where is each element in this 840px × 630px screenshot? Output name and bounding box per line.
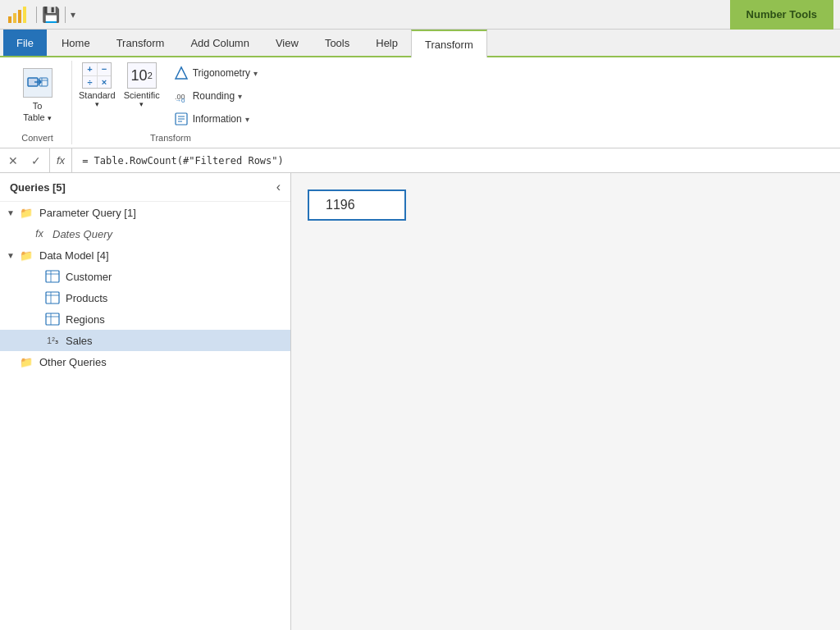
tree-arrow-parameter: ▼: [7, 208, 18, 217]
transform-group-label: Transform: [150, 130, 191, 143]
trigonometry-icon: [173, 65, 189, 81]
sales-label: Sales: [66, 335, 93, 347]
sidebar-collapse-button[interactable]: ‹: [276, 180, 281, 194]
sidebar: Queries [5] ‹ ▼ 📁 Parameter Query [1] fx…: [0, 173, 291, 630]
ribbon-group-transform: +− ÷× Standard ▾ 102 Scientific ▾: [72, 61, 272, 144]
sidebar-item-parameter-query[interactable]: ▼ 📁 Parameter Query [1]: [0, 202, 290, 223]
convert-group-label: Convert: [21, 130, 53, 143]
save-button[interactable]: 💾: [42, 6, 60, 24]
num-icon-sales: 1²₃: [44, 334, 61, 347]
ribbon-tabs: File Home Transform Add Column View Tool…: [0, 30, 840, 57]
sidebar-item-data-model[interactable]: ▼ 📁 Data Model [4]: [0, 244, 290, 266]
number-tools-badge: Number Tools: [730, 0, 833, 30]
tab-file[interactable]: File: [3, 30, 47, 56]
folder-icon-other: 📁: [18, 355, 34, 368]
other-queries-label: Other Queries: [39, 356, 107, 368]
app-logo: [7, 5, 26, 25]
standard-button[interactable]: +− ÷× Standard ▾: [79, 62, 116, 108]
title-bar: 💾 ▾ Number Tools: [0, 0, 840, 30]
ribbon-group-convert: ToTable ▾ Convert: [7, 61, 72, 144]
parameter-query-label: Parameter Query [1]: [39, 207, 136, 219]
sidebar-item-customer[interactable]: Customer: [0, 266, 290, 287]
svg-rect-20: [46, 313, 59, 325]
content-area: 1196: [291, 173, 840, 630]
ribbon-content: ToTable ▾ Convert +− ÷× Standard ▾ 102 S…: [0, 57, 840, 148]
regions-label: Regions: [66, 313, 105, 326]
products-label: Products: [66, 292, 107, 304]
tree-arrow-data-model: ▼: [7, 251, 18, 260]
svg-rect-17: [46, 292, 59, 304]
trigonometry-button[interactable]: Trigonometry ▾: [168, 62, 262, 84]
result-value-cell: 1196: [308, 189, 406, 221]
folder-icon-data-model: 📁: [18, 249, 34, 262]
svg-rect-0: [8, 16, 11, 23]
transform-group-content: +− ÷× Standard ▾ 102 Scientific ▾: [79, 62, 262, 130]
sidebar-item-products[interactable]: Products: [0, 287, 290, 308]
tab-tools[interactable]: Tools: [312, 30, 363, 56]
title-bar-divider: [36, 7, 37, 23]
table-icon-regions: [44, 313, 61, 326]
tab-add-column[interactable]: Add Column: [177, 30, 262, 56]
sidebar-item-other-queries[interactable]: 📁 Other Queries: [0, 351, 290, 372]
svg-rect-1: [13, 13, 16, 23]
formula-cancel-button[interactable]: ✕: [3, 151, 23, 171]
formula-input: = Table.RowCount(#"Filtered Rows"): [75, 155, 837, 167]
table-icon-customer: [44, 270, 61, 283]
dates-query-label: Dates Query: [52, 228, 112, 240]
svg-rect-3: [23, 7, 26, 23]
convert-group-content: ToTable ▾: [18, 62, 57, 130]
sidebar-header: Queries [5] ‹: [0, 173, 290, 202]
tab-help[interactable]: Help: [363, 30, 411, 56]
undo-dropdown[interactable]: ▾: [71, 9, 75, 21]
fx-icon-dates: fx: [31, 227, 48, 240]
tab-transform-active[interactable]: Transform: [411, 30, 487, 57]
to-table-icon: [23, 68, 52, 98]
tab-view[interactable]: View: [262, 30, 312, 56]
svg-text:→0: →0: [175, 97, 185, 103]
scientific-button[interactable]: 102 Scientific ▾: [124, 62, 160, 108]
customer-label: Customer: [66, 271, 112, 283]
formula-fx-label: fx: [49, 148, 72, 172]
tab-transform[interactable]: Transform: [103, 30, 178, 56]
math-menu-column: Trigonometry ▾ .00 →0 Rounding ▾: [168, 62, 262, 130]
svg-rect-2: [18, 10, 21, 23]
title-bar-divider2: [65, 7, 66, 23]
tab-home[interactable]: Home: [48, 30, 103, 56]
folder-icon-parameter: 📁: [18, 206, 34, 219]
formula-bar: ✕ ✓ fx = Table.RowCount(#"Filtered Rows"…: [0, 148, 840, 173]
queries-title: Queries [5]: [10, 181, 66, 194]
to-table-button[interactable]: ToTable ▾: [18, 65, 57, 127]
information-icon: [173, 111, 189, 127]
data-model-label: Data Model [4]: [39, 249, 109, 262]
main-area: Queries [5] ‹ ▼ 📁 Parameter Query [1] fx…: [0, 173, 840, 630]
sidebar-item-regions[interactable]: Regions: [0, 308, 290, 330]
formula-confirm-button[interactable]: ✓: [26, 151, 46, 171]
information-button[interactable]: Information ▾: [168, 108, 262, 130]
sidebar-item-sales[interactable]: 1²₃ Sales: [0, 330, 290, 351]
rounding-icon: .00 →0: [173, 88, 189, 104]
scientific-icon: 102: [127, 62, 157, 89]
rounding-button[interactable]: .00 →0 Rounding ▾: [168, 85, 262, 107]
svg-rect-14: [46, 271, 59, 282]
table-icon-products: [44, 291, 61, 304]
sidebar-item-dates-query[interactable]: fx Dates Query: [0, 223, 290, 244]
standard-icon: +− ÷×: [82, 62, 112, 89]
